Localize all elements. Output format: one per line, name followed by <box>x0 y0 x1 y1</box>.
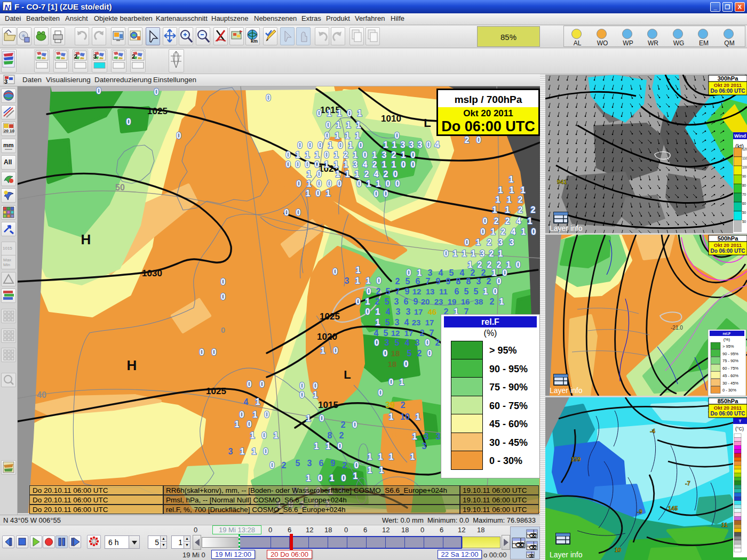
svg-text:2: 2 <box>339 431 344 440</box>
svg-text:3: 3 <box>396 307 401 316</box>
svg-text:4: 4 <box>439 268 443 277</box>
svg-text:rel.F: rel.F <box>723 332 732 335</box>
svg-text:1025: 1025 <box>147 106 168 116</box>
svg-text:1: 1 <box>384 140 388 149</box>
svg-text:1020: 1020 <box>317 332 337 342</box>
svg-text:1: 1 <box>252 447 257 456</box>
svg-text:0: 0 <box>395 131 400 140</box>
svg-text:75 - 90%: 75 - 90% <box>722 358 738 363</box>
svg-text:2: 2 <box>487 238 492 247</box>
svg-text:0: 0 <box>327 179 332 188</box>
svg-text:3: 3 <box>401 140 406 149</box>
svg-text:90: 90 <box>742 174 746 178</box>
svg-text:0: 0 <box>221 277 226 286</box>
svg-text:L: L <box>344 368 351 381</box>
svg-text:1: 1 <box>348 141 353 150</box>
svg-text:0: 0 <box>365 307 370 316</box>
svg-text:1: 1 <box>240 447 245 456</box>
svg-text:1: 1 <box>498 186 503 195</box>
svg-text:2: 2 <box>481 268 486 277</box>
svg-text:3: 3 <box>422 442 427 451</box>
svg-text:L: L <box>424 116 431 130</box>
svg-text:⌫: ⌫ <box>529 533 537 539</box>
svg-text:0: 0 <box>296 208 301 217</box>
svg-text:16: 16 <box>461 297 470 306</box>
svg-text:4: 4 <box>404 318 409 327</box>
svg-text:0: 0 <box>300 390 305 399</box>
svg-text:4: 4 <box>516 217 521 226</box>
svg-text:0: 0 <box>313 381 318 390</box>
svg-text:3: 3 <box>498 238 503 247</box>
svg-text:0: 0 <box>297 179 301 188</box>
svg-text:0: 0 <box>476 135 481 145</box>
svg-text:0: 0 <box>286 150 291 159</box>
svg-text:1: 1 <box>368 452 372 461</box>
svg-text:(%): (%) <box>724 337 730 342</box>
svg-text:0: 0 <box>481 227 486 236</box>
svg-text:3: 3 <box>428 268 433 277</box>
svg-text:0: 0 <box>531 227 536 236</box>
svg-text:0: 0 <box>326 121 331 130</box>
svg-text:0: 0 <box>411 150 416 159</box>
svg-text:1: 1 <box>356 266 361 275</box>
svg-text:3: 3 <box>510 238 514 247</box>
svg-text:100: 100 <box>742 165 747 169</box>
svg-text:0: 0 <box>483 217 488 226</box>
svg-text:0: 0 <box>320 414 324 423</box>
svg-text:0: 0 <box>497 277 502 286</box>
svg-text:17: 17 <box>425 318 434 327</box>
svg-text:0: 0 <box>325 131 330 140</box>
svg-text:0: 0 <box>411 160 416 169</box>
svg-text:2: 2 <box>471 268 475 277</box>
svg-text:1: 1 <box>476 238 481 247</box>
svg-text:Layer info: Layer info <box>550 224 583 233</box>
svg-text:1: 1 <box>400 378 404 387</box>
svg-text:3: 3 <box>382 150 387 159</box>
svg-text:0: 0 <box>200 348 204 357</box>
svg-text:0: 0 <box>316 189 321 198</box>
svg-text:2: 2 <box>376 287 381 296</box>
svg-text:4: 4 <box>511 227 516 236</box>
svg-text:⌫: ⌫ <box>515 541 525 548</box>
svg-text:50: 50 <box>115 183 125 192</box>
svg-text:9: 9 <box>331 459 336 468</box>
svg-text:0: 0 <box>357 179 362 188</box>
svg-text:H: H <box>127 357 137 373</box>
svg-text:3: 3 <box>385 338 390 347</box>
svg-text:0: 0 <box>401 160 406 169</box>
svg-text:1: 1 <box>471 249 476 258</box>
svg-text:0: 0 <box>367 287 371 296</box>
svg-text:80: 80 <box>742 183 746 187</box>
svg-text:1: 1 <box>306 189 311 198</box>
svg-text:3: 3 <box>480 249 485 258</box>
svg-text:18: 18 <box>388 359 397 369</box>
svg-text:(°C): (°C) <box>735 426 744 431</box>
svg-text:1: 1 <box>521 227 526 236</box>
svg-text:2: 2 <box>344 150 348 159</box>
svg-text:2: 2 <box>343 461 347 470</box>
svg-text:500hPa: 500hPa <box>718 235 738 242</box>
svg-text:1: 1 <box>334 160 339 169</box>
svg-text:2: 2 <box>497 260 502 269</box>
svg-text:1: 1 <box>296 150 300 159</box>
svg-text:3: 3 <box>307 459 312 468</box>
svg-text:1: 1 <box>392 140 397 149</box>
svg-text:6: 6 <box>455 287 459 296</box>
svg-text:2: 2 <box>132 53 135 60</box>
svg-text:3: 3 <box>476 277 481 286</box>
svg-text:1: 1 <box>321 346 325 355</box>
svg-text:0 - 30%: 0 - 30% <box>722 388 736 393</box>
svg-text:2: 2 <box>401 401 406 410</box>
svg-text:3: 3 <box>394 297 399 306</box>
svg-text:7: 7 <box>426 277 431 286</box>
svg-text:0: 0 <box>308 141 313 150</box>
svg-text:1: 1 <box>509 175 514 184</box>
svg-text:1: 1 <box>389 412 394 421</box>
svg-text:0: 0 <box>359 141 363 150</box>
svg-text:0: 0 <box>260 380 265 389</box>
svg-text:0: 0 <box>221 292 226 301</box>
svg-text:1: 1 <box>326 442 331 451</box>
svg-text:1: 1 <box>376 179 381 188</box>
svg-text:Okt 20 2011: Okt 20 2011 <box>714 242 742 248</box>
svg-text:0: 0 <box>386 179 391 188</box>
